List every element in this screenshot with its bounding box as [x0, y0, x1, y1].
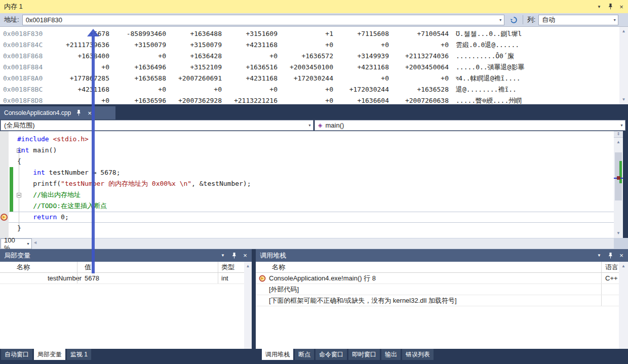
pin-icon[interactable] [229, 252, 239, 260]
pin-icon[interactable] [606, 3, 615, 11]
callstack-tab[interactable]: 即时窗口 [348, 349, 380, 360]
code-line[interactable]: int main() [9, 145, 614, 156]
code-line[interactable]: { [9, 156, 614, 167]
scope-dropdown[interactable]: (全局范围) ▼ [1, 120, 313, 131]
memory-value: +0 [109, 51, 166, 62]
locals-tab[interactable]: 局部变量 [34, 349, 65, 360]
horizontal-scrollbar[interactable]: ◄ [32, 238, 614, 249]
memory-value: +177867285 [44, 73, 109, 84]
memory-address: 0x0018F84C [0, 39, 44, 51]
annotation-arrow-line [92, 36, 95, 273]
editor-scrollbar[interactable]: ⇕ ▲ ▼ [614, 131, 623, 238]
memory-value: +0 [389, 73, 449, 84]
callstack-tab[interactable]: 命令窗口 [316, 349, 347, 360]
column-header[interactable]: 名称 [0, 262, 77, 272]
code-line[interactable]: //TODO:在这里插入断点 [9, 200, 614, 212]
callstack-header[interactable]: 名称 语言 [256, 262, 628, 273]
callstack-frame-row[interactable]: ConsoleApplication4.exe!main() 行 8C++ [256, 273, 628, 284]
column-header[interactable]: 值 [77, 262, 218, 272]
memory-value: +0 [44, 62, 109, 73]
scroll-up-icon[interactable]: ▲ [614, 139, 623, 146]
chevron-down-icon[interactable]: ▼ [499, 18, 502, 22]
locals-header[interactable]: 名称 值 类型 [0, 262, 252, 273]
address-combo[interactable]: ▼ [22, 15, 504, 25]
scroll-up-icon[interactable]: ▲ [244, 263, 252, 270]
window-menu-icon[interactable]: ▼ [218, 252, 227, 260]
memory-value: +3149939 [333, 51, 389, 62]
memory-value: +4231168 [222, 73, 278, 84]
split-handle-icon[interactable]: ⇕ [614, 131, 623, 138]
callstack-scrollbar[interactable]: ▲ [619, 262, 628, 349]
memory-value: +2007362928 [166, 95, 222, 104]
chevron-down-icon[interactable]: ▼ [613, 18, 616, 22]
zoom-dropdown[interactable]: 100 % ▼ [1, 238, 32, 249]
close-icon[interactable]: × [617, 252, 626, 260]
locals-scrollbar[interactable]: ▲ [244, 262, 252, 349]
pin-icon[interactable] [75, 109, 82, 117]
memory-value: +4231168 [333, 62, 389, 73]
memory-ascii-text: 退@........襜ĩ.. [456, 84, 517, 95]
variable-value: 5678 [77, 273, 218, 284]
code-token: int [33, 169, 45, 176]
frame-name: [下面的框架可能不正确和/或缺失，没有为 kernel32.dll 加载符号] [269, 295, 601, 306]
breakpoint-margin[interactable] [0, 131, 9, 238]
memory-value: +0 [278, 39, 333, 51]
column-separator [601, 284, 602, 295]
code-line[interactable]: printf("testNumber 的内存地址为 0x00%x \n", &t… [9, 178, 614, 189]
close-icon[interactable]: × [241, 252, 250, 260]
frame-name: ConsoleApplication4.exe!main() 行 8 [269, 273, 601, 284]
code-token: testNumber = 5678; [45, 169, 121, 176]
locals-title: 局部变量 [4, 251, 30, 260]
memory-value: +1636528 [389, 84, 449, 95]
callstack-frame-row[interactable]: [外部代码] [256, 284, 628, 295]
refresh-button[interactable] [508, 15, 520, 25]
close-icon[interactable]: × [617, 3, 626, 11]
chevron-down-icon[interactable]: ▼ [26, 242, 30, 246]
code-token: main() [29, 146, 57, 154]
locals-tab[interactable]: 自动窗口 [1, 349, 32, 360]
memory-value: +0 [278, 84, 333, 95]
callstack-tab[interactable]: 断点 [295, 349, 314, 360]
scroll-up-icon[interactable]: ▲ [619, 263, 628, 270]
memory-ascii-text: .....瞥⊖綬....州瞤 [456, 95, 522, 104]
code-token: , &testNumber); [191, 180, 251, 187]
address-input[interactable] [26, 16, 495, 24]
scroll-left-icon[interactable]: ◄ [33, 240, 37, 245]
frame-name: [外部代码] [269, 284, 601, 295]
memory-value: +5678 [44, 28, 109, 39]
callstack-tab[interactable]: 输出 [381, 349, 401, 360]
memory-window-title: 内存 1 [4, 2, 23, 11]
locals-row[interactable]: testNumber5678int [0, 273, 252, 284]
locals-tab[interactable]: 监视 1 [67, 349, 91, 360]
window-menu-icon[interactable]: ▼ [595, 252, 604, 260]
memory-ascii-text: ..........Ô0´緳 [456, 51, 514, 62]
memory-value: +1636496 [109, 62, 166, 73]
callstack-frame-row[interactable]: [下面的框架可能不正确和/或缺失，没有为 kernel32.dll 加载符号] [256, 295, 628, 306]
chevron-down-icon[interactable]: ▼ [620, 124, 623, 127]
code-line[interactable]: return 0; [9, 212, 614, 223]
current-statement-icon[interactable] [1, 214, 8, 221]
scroll-down-icon[interactable]: ▼ [619, 96, 628, 103]
columns-value: 自动 [542, 15, 555, 24]
memory-value: +7115608 [333, 28, 389, 39]
document-tab[interactable]: ConsoleApplication4.cpp × [0, 106, 115, 119]
columns-combo[interactable]: 自动 ▼ [538, 15, 618, 25]
window-menu-icon[interactable]: ▼ [595, 3, 604, 11]
member-dropdown[interactable]: ◈ main() ▼ [315, 120, 625, 131]
memory-value: +2007260638 [389, 95, 449, 104]
memory-scrollbar[interactable]: ▲ ▼ [619, 27, 628, 104]
code-line[interactable]: int testNumber = 5678; [9, 167, 614, 178]
code-line[interactable]: //输出内存地址 [9, 189, 614, 200]
pin-icon[interactable] [606, 252, 615, 260]
memory-ascii-text: .....0..彉罼退@影罼 [456, 62, 524, 73]
scroll-down-icon[interactable]: ▼ [614, 230, 623, 237]
column-header[interactable]: 名称 [256, 262, 601, 272]
callstack-tab[interactable]: 错误列表 [402, 349, 434, 360]
code-line[interactable]: } [9, 223, 614, 234]
scroll-up-icon[interactable]: ▲ [619, 28, 628, 35]
callstack-tab[interactable]: 调用堆栈 [262, 349, 293, 360]
column-separator [601, 295, 602, 306]
code-line[interactable]: #include <stdio.h> [9, 134, 614, 145]
chevron-down-icon[interactable]: ▼ [308, 124, 311, 127]
vs-debug-window: 内存 1 ▼ × 地址: ▼ 列: 自动 ▼ 0x0018F830+5678-8… [0, 0, 628, 364]
